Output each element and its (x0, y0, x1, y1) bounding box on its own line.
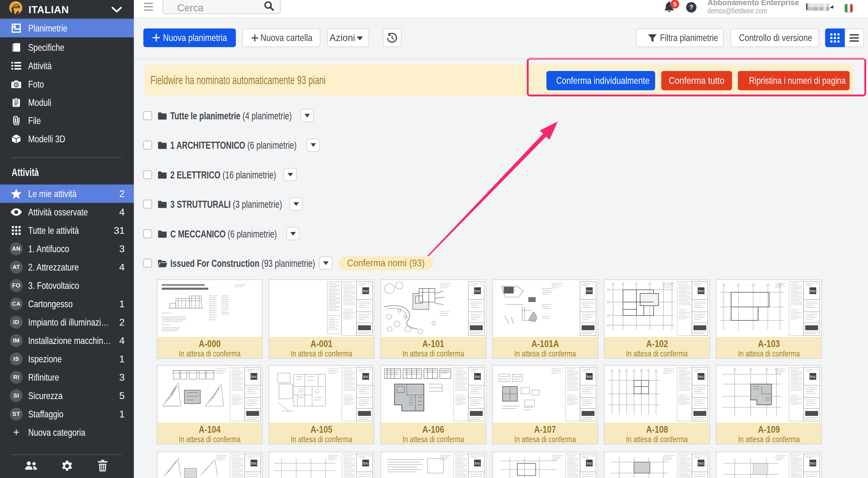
svg-text:bsc: bsc (475, 461, 480, 466)
svg-text:bsc: bsc (698, 289, 704, 293)
svg-text:bsc: bsc (363, 375, 369, 379)
svg-text:bsc: bsc (810, 375, 816, 379)
svg-text:bsc: bsc (810, 289, 816, 293)
svg-text:bsc: bsc (363, 289, 369, 293)
svg-text:bsc: bsc (251, 461, 257, 466)
svg-text:bsc: bsc (587, 461, 592, 466)
svg-text:bsc: bsc (587, 375, 592, 379)
svg-text:bsc: bsc (698, 375, 704, 379)
svg-text:bsc: bsc (698, 461, 704, 466)
svg-text:bsc: bsc (363, 461, 369, 466)
svg-text:bsc: bsc (475, 375, 480, 379)
svg-text:bsc: bsc (587, 289, 592, 293)
svg-text:bsc: bsc (251, 375, 257, 379)
svg-text:bsc: bsc (810, 461, 816, 466)
svg-text:bsc: bsc (475, 289, 480, 293)
